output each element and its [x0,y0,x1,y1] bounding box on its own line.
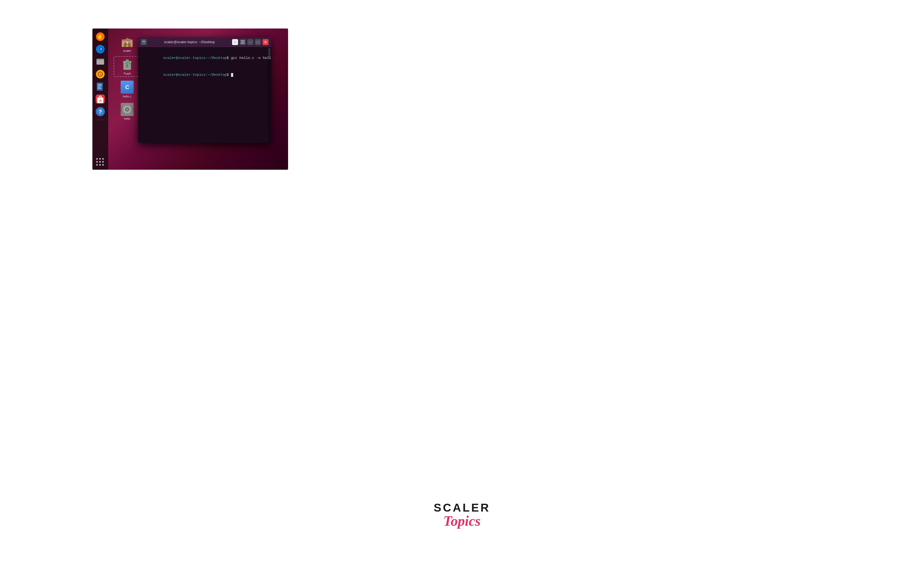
gear-svg [121,103,134,116]
screenshot-wrapper: A ? [0,0,924,564]
svg-marker-18 [103,82,104,84]
svg-rect-14 [98,84,102,85]
appstore-icon-inner: A [96,94,105,104]
writer-icon [96,82,105,91]
branding: SCALER Topics [434,501,490,529]
close-button[interactable]: ✕ [262,39,268,45]
svg-point-46 [234,41,236,43]
branding-scaler-text: SCALER [434,501,490,514]
home-folder-icon [121,35,134,48]
terminal-scrollbar[interactable] [268,47,271,143]
terminal-line-1: scaler@scaler-topics:~/Desktop$ gcc hell… [142,50,267,67]
dock-item-writer[interactable] [95,81,106,92]
dock-item-firefox[interactable] [95,31,106,42]
terminal-titlebar: scaler@scaler-topics: ~/Desktop − [138,37,271,47]
svg-rect-15 [98,85,102,86]
dock: A ? [92,28,108,170]
svg-rect-37 [130,109,133,110]
menu-line-3 [241,43,244,44]
firefox-icon [96,32,105,41]
desktop-icon-hello-exec[interactable]: hello [114,102,141,121]
svg-rect-16 [98,87,101,87]
svg-point-5 [100,48,102,50]
maximize-button[interactable]: □ [255,39,261,45]
dock-item-show-apps[interactable] [95,157,106,168]
prompt-user-2: scaler@scaler-topics:~/Desktop [163,73,226,77]
svg-text:A: A [99,99,101,103]
files-icon [96,57,105,66]
prompt-dollar-1: $ gcc hello.c -o hello [226,56,271,60]
ubuntu-desktop: A ? [92,28,288,170]
trash-icon [121,58,134,71]
dock-item-rhythmbox[interactable] [95,69,106,79]
svg-rect-36 [122,109,124,110]
help-icon-inner: ? [96,107,105,116]
terminal-title-text: scaler@scaler-topics: ~/Desktop [149,40,230,44]
dock-item-thunderbird[interactable] [95,44,106,55]
svg-rect-13 [97,82,103,91]
svg-rect-35 [127,113,128,115]
svg-rect-45 [142,41,145,42]
dock-item-files[interactable] [95,56,106,67]
prompt-dollar-2: $ [226,73,231,77]
svg-line-47 [236,42,236,43]
titlebar-buttons: − □ ✕ [232,39,268,45]
exec-icon [121,103,134,116]
cursor [231,73,233,77]
svg-rect-29 [126,60,129,61]
svg-point-43 [126,108,129,111]
svg-rect-8 [96,59,100,60]
branding-topics-text: Topics [444,513,481,529]
search-icon [234,40,237,44]
svg-rect-34 [127,104,128,106]
rhythmbox-icon [96,69,105,79]
search-button[interactable] [232,39,238,45]
minimize-button[interactable]: − [247,39,253,45]
bag-icon: A [96,94,105,104]
dock-item-help[interactable]: ? [95,106,106,117]
desktop-icon-hello-exec-label: hello [124,117,130,120]
terminal-line-2: scaler@scaler-topics:~/Desktop$ [142,67,267,83]
titlebar-nav-icon[interactable] [141,39,147,45]
menu-line-2 [241,42,244,42]
terminal-nav-svg [142,40,146,44]
svg-rect-7 [96,60,104,64]
desktop-icon-hello-c-label: hello.c [123,95,132,98]
terminal-body[interactable]: scaler@scaler-topics:~/Desktop$ gcc hell… [138,47,271,143]
menu-line-1 [241,40,244,41]
desktop-icon-scaler-label: scaler [123,49,131,52]
grid-icon [96,157,105,167]
scrollbar-thumb [268,48,270,59]
dock-item-appstore[interactable]: A [95,94,106,105]
terminal-window: scaler@scaler-topics: ~/Desktop − [138,37,271,143]
c-file-icon: C [121,81,134,94]
desktop-icon-trash[interactable]: Trash [114,56,141,77]
svg-rect-17 [98,88,101,89]
svg-point-12 [100,73,101,75]
desktop-icon-hello-c[interactable]: C hello.c [114,79,141,99]
thunderbird-icon [96,45,105,54]
desktop-icon-scaler[interactable]: scaler [114,34,141,54]
prompt-user-1: scaler@scaler-topics:~/Desktop [163,56,226,60]
desktop-icon-trash-label: Trash [123,72,131,75]
menu-button[interactable] [240,39,246,45]
